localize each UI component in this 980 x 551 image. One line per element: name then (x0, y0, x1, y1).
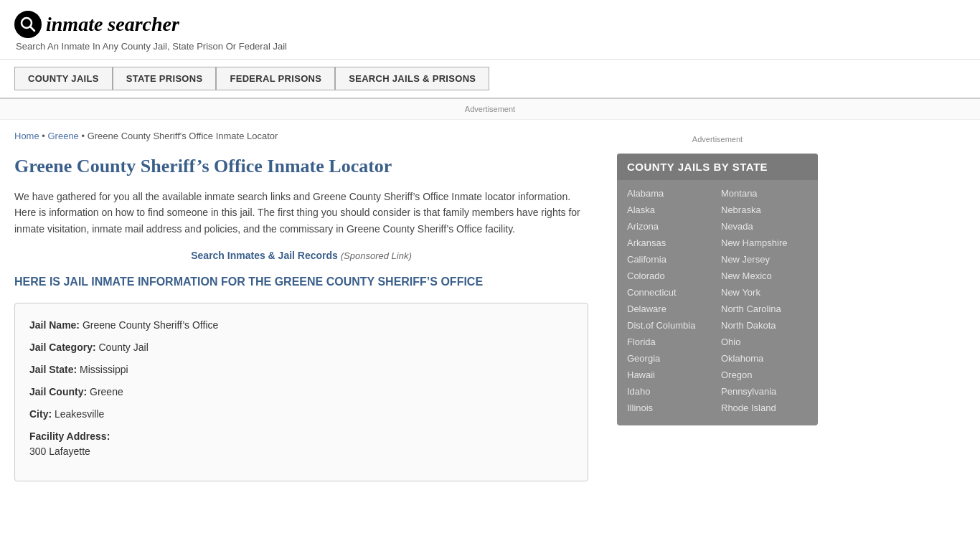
state-link-illinois[interactable]: Illinois (627, 400, 714, 415)
state-link-rhode-island[interactable]: Rhode Island (721, 400, 808, 415)
header: inmate searcher Search An Inmate In Any … (0, 0, 980, 60)
state-link-pennsylvania[interactable]: Pennsylvania (721, 384, 808, 399)
nav-federal-prisons[interactable]: FEDERAL PRISONS (216, 67, 335, 90)
state-link-colorado[interactable]: Colorado (627, 268, 714, 283)
state-link-new-mexico[interactable]: New Mexico (721, 268, 808, 283)
state-link-connecticut[interactable]: Connecticut (627, 285, 714, 300)
jail-county-val: Greene (90, 386, 123, 397)
city-label: City: (29, 408, 52, 420)
nav-county-jails[interactable]: COUNTY JAILS (14, 67, 113, 90)
facility-address-label: Facility Address: (29, 430, 110, 442)
tagline: Search An Inmate In Any County Jail, Sta… (16, 41, 966, 52)
state-link-alabama[interactable]: Alabama (627, 186, 714, 201)
state-link-georgia[interactable]: Georgia (627, 351, 714, 366)
nav-bar: COUNTY JAILS STATE PRISONS FEDERAL PRISO… (0, 60, 980, 99)
breadcrumb-current: Greene County Sheriff's Office Inmate Lo… (88, 131, 278, 141)
sidebar: Advertisement COUNTY JAILS BY STATE Alab… (603, 120, 818, 507)
content-area: Home • Greene • Greene County Sheriff's … (14, 120, 603, 507)
info-jail-state: Jail State: Mississippi (29, 362, 573, 377)
facility-address-value: 300 Lafayette (29, 446, 90, 457)
breadcrumb-parent[interactable]: Greene (47, 131, 78, 141)
state-link-florida[interactable]: Florida (627, 334, 714, 349)
state-link-oregon[interactable]: Oregon (721, 367, 808, 382)
info-jail-county: Jail County: Greene (29, 385, 573, 400)
jail-name-val: Greene County Sheriff’s Office (83, 319, 218, 331)
logo-area: inmate searcher (14, 11, 966, 38)
logo-icon (14, 11, 42, 38)
jail-state-val: Mississippi (80, 364, 128, 375)
sidebar-ad: Advertisement (617, 131, 818, 148)
main-layout: Home • Greene • Greene County Sheriff's … (0, 120, 861, 507)
page-title: Greene County Sheriff’s Office Inmate Lo… (14, 156, 588, 177)
sponsored-suffix: (Sponsored Link) (341, 250, 412, 261)
state-link-nebraska[interactable]: Nebraska (721, 202, 808, 217)
state-link-oklahoma[interactable]: Oklahoma (721, 351, 808, 366)
jail-name-label: Jail Name: (29, 319, 80, 331)
info-facility-address: Facility Address: 300 Lafayette (29, 429, 573, 459)
nav-search-jails[interactable]: SEARCH JAILS & PRISONS (335, 67, 489, 90)
jail-category-label: Jail Category: (29, 342, 96, 353)
info-jail-category: Jail Category: County Jail (29, 340, 573, 355)
breadcrumb-sep2: • (81, 131, 87, 141)
jail-category-val: County Jail (98, 342, 148, 353)
state-link-north-dakota[interactable]: North Dakota (721, 318, 808, 333)
info-jail-name: Jail Name: Greene County Sheriff’s Offic… (29, 318, 573, 333)
states-grid: AlabamaMontanaAlaskaNebraskaArizonaNevad… (617, 180, 818, 425)
state-link-montana[interactable]: Montana (721, 186, 808, 201)
city-val: Leakesville (55, 408, 104, 420)
state-link-idaho[interactable]: Idaho (627, 384, 714, 399)
section-heading: HERE IS JAIL INMATE INFORMATION FOR THE … (14, 276, 588, 288)
state-link-hawaii[interactable]: Hawaii (627, 367, 714, 382)
logo-text: inmate searcher (46, 13, 179, 36)
state-link-nevada[interactable]: Nevada (721, 219, 808, 234)
state-link-alaska[interactable]: Alaska (627, 202, 714, 217)
nav-buttons: COUNTY JAILS STATE PRISONS FEDERAL PRISO… (14, 67, 966, 90)
ad-banner-top: Advertisement (0, 99, 980, 120)
state-link-delaware[interactable]: Delaware (627, 301, 714, 316)
state-link-arkansas[interactable]: Arkansas (627, 235, 714, 250)
state-link-north-carolina[interactable]: North Carolina (721, 301, 808, 316)
jail-county-label: Jail County: (29, 386, 87, 397)
breadcrumb-home[interactable]: Home (14, 131, 39, 141)
nav-state-prisons[interactable]: STATE PRISONS (113, 67, 217, 90)
jail-state-label: Jail State: (29, 364, 77, 375)
state-link-arizona[interactable]: Arizona (627, 219, 714, 234)
state-link-new-york[interactable]: New York (721, 285, 808, 300)
body-text: We have gathered for you all the availab… (14, 189, 588, 237)
sidebar-title: COUNTY JAILS BY STATE (617, 154, 818, 180)
state-link-california[interactable]: California (627, 252, 714, 267)
svg-line-1 (30, 27, 34, 31)
state-link-ohio[interactable]: Ohio (721, 334, 808, 349)
sponsored-link-container: Search Inmates & Jail Records (Sponsored… (14, 250, 588, 261)
info-box: Jail Name: Greene County Sheriff’s Offic… (14, 303, 588, 481)
state-link-distof-columbia[interactable]: Dist.of Columbia (627, 318, 714, 333)
info-city: City: Leakesville (29, 407, 573, 422)
breadcrumb: Home • Greene • Greene County Sheriff's … (14, 131, 588, 141)
sponsored-link[interactable]: Search Inmates & Jail Records (191, 250, 338, 261)
state-link-new-hampshire[interactable]: New Hampshire (721, 235, 808, 250)
county-jails-sidebar: COUNTY JAILS BY STATE AlabamaMontanaAlas… (617, 154, 818, 425)
state-link-new-jersey[interactable]: New Jersey (721, 252, 808, 267)
